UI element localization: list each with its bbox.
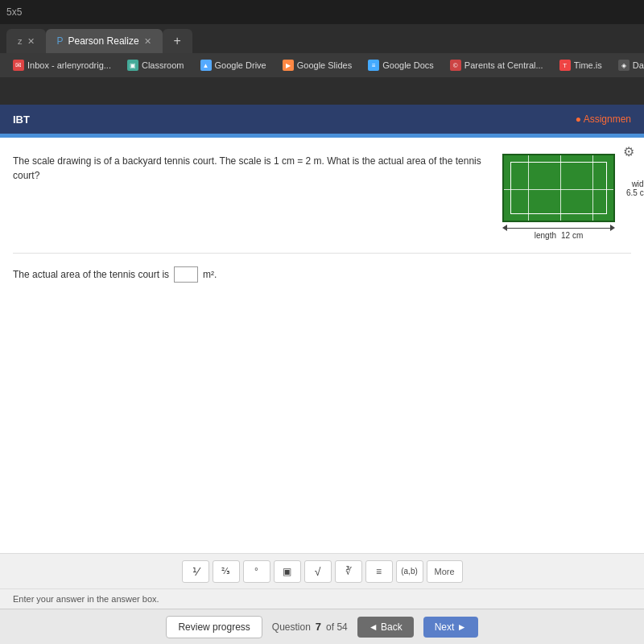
tab-close-active-icon[interactable]: ✕ <box>144 36 151 47</box>
width-value-text: 6.5 cm <box>626 188 644 197</box>
classroom-icon: ▣ <box>127 60 138 71</box>
assignment-badge: ● Assignmen <box>576 114 631 125</box>
width-label: width 6.5 cm <box>626 180 644 197</box>
mixed-number-button[interactable]: ⅔ <box>213 560 240 583</box>
new-tab-icon: + <box>174 34 181 48</box>
answer-row: The actual area of the tennis court is m… <box>13 266 631 283</box>
tennis-court-diagram: width 6.5 cm length 12 cm <box>502 154 615 240</box>
assignment-label: ● Assignmen <box>576 114 631 125</box>
more-button[interactable]: More <box>427 560 463 583</box>
dashboard-icon: ◈ <box>618 60 630 71</box>
settings-icon[interactable]: ⚙ <box>623 144 634 159</box>
court-center-line-h <box>504 189 613 190</box>
bookmark-inbox-label: Inbox - arlenyrodrig... <box>27 60 111 70</box>
app-container: IBT ● Assignmen ⚙ The scale drawing is o… <box>0 105 644 644</box>
length-labels: length 12 cm <box>535 231 583 240</box>
tab-pearson-realize[interactable]: P Pearson Realize ✕ <box>46 29 163 53</box>
court-center-line-v <box>560 155 561 221</box>
bookmark-classroom[interactable]: ▣ Classroom <box>122 58 189 72</box>
tab-close-icon[interactable]: ✕ <box>27 36 35 47</box>
question-number: 7 <box>316 621 321 633</box>
cbrt-button[interactable]: ∛ <box>335 560 362 583</box>
answer-input-box[interactable] <box>174 266 198 283</box>
bookmark-slides[interactable]: ▶ Google Slides <box>278 58 357 72</box>
window-title: 5x5 <box>6 6 22 18</box>
docs-icon: ≡ <box>368 60 379 71</box>
review-progress-button[interactable]: Review progress <box>166 616 262 638</box>
bookmark-parents-label: Parents at Central... <box>464 60 543 70</box>
bookmark-time[interactable]: T Time.is <box>555 58 607 72</box>
tennis-court-image <box>502 154 615 222</box>
bookmark-docs[interactable]: ≡ Google Docs <box>363 58 439 72</box>
equals-button[interactable]: ≡ <box>365 560 393 583</box>
court-service-line-right <box>592 155 593 221</box>
bookmark-inbox[interactable]: ✉ Inbox - arlenyrodrig... <box>8 58 116 72</box>
bookmarks-bar: ✉ Inbox - arlenyrodrig... ▣ Classroom ▲ … <box>0 53 644 77</box>
tab-label: Pearson Realize <box>68 35 139 47</box>
question-info: Question 7 of 54 <box>272 621 348 633</box>
app-header-title: IBT <box>13 114 30 126</box>
content-area: ⚙ The scale drawing is of a backyard ten… <box>0 138 644 553</box>
bottom-navigation: Review progress Question 7 of 54 ◄ Back … <box>0 609 644 644</box>
length-arrow-container <box>502 225 615 231</box>
answer-prefix: The actual area of the tennis court is <box>13 269 169 280</box>
bookmark-slides-label: Google Slides <box>297 60 353 70</box>
question-text: The scale drawing is of a backyard tenni… <box>13 154 489 183</box>
degree-button[interactable]: ° <box>243 560 270 583</box>
slides-icon: ▶ <box>283 60 294 71</box>
question-divider <box>13 253 631 254</box>
ordered-pair-button[interactable]: (a,b) <box>396 560 423 583</box>
question-row: The scale drawing is of a backyard tenni… <box>13 154 631 240</box>
drive-icon: ▲ <box>200 60 212 71</box>
question-label: Question <box>272 621 311 633</box>
back-button[interactable]: ◄ Back <box>357 617 414 638</box>
length-label-text: length <box>535 231 556 240</box>
length-measurement: length 12 cm <box>502 225 615 240</box>
title-bar: 5x5 <box>0 0 644 24</box>
time-icon: T <box>559 60 571 71</box>
sqrt-button[interactable]: √ <box>304 560 332 583</box>
bookmark-classroom-label: Classroom <box>142 60 184 70</box>
bookmark-docs-label: Google Docs <box>382 60 434 70</box>
length-arrow-right <box>610 225 615 231</box>
absolute-value-button[interactable]: ▣ <box>274 560 301 583</box>
bookmark-drive-label: Google Drive <box>215 60 266 70</box>
length-arrow-line <box>507 228 610 229</box>
browser-chrome: 5x5 z ✕ P Pearson Realize ✕ + ✉ Inbox - … <box>0 0 644 105</box>
parents-icon: © <box>450 60 461 71</box>
pearson-icon: P <box>57 35 64 47</box>
answer-suffix: m². <box>203 269 217 280</box>
tab-inactive-1[interactable]: z ✕ <box>6 29 46 53</box>
hint-text: Enter your answer in the answer box. <box>0 588 644 609</box>
bookmark-drive[interactable]: ▲ Google Drive <box>196 58 271 72</box>
court-service-line-left <box>528 155 529 221</box>
inbox-icon: ✉ <box>13 60 24 71</box>
bookmark-dashboard-label: Dashboard - EdCh... <box>633 60 644 70</box>
bookmark-dashboard[interactable]: ◈ Dashboard - EdCh... <box>613 58 644 72</box>
next-button[interactable]: Next ► <box>423 617 478 638</box>
tab-new[interactable]: + <box>163 29 192 53</box>
fraction-button[interactable]: ⅟ <box>182 560 209 583</box>
app-header: IBT ● Assignmen <box>0 105 644 134</box>
length-value-text: 12 cm <box>561 231 583 240</box>
court-wrapper: width 6.5 cm <box>502 154 615 222</box>
math-toolbar: ⅟ ⅔ ° ▣ √ ∛ ≡ (a,b) More <box>0 553 644 588</box>
question-total: of 54 <box>326 621 348 633</box>
bookmark-time-label: Time.is <box>574 60 602 70</box>
tabs-bar: z ✕ P Pearson Realize ✕ + <box>0 24 644 53</box>
bookmark-parents[interactable]: © Parents at Central... <box>445 58 548 72</box>
width-label-text: width <box>626 180 644 188</box>
answer-input[interactable] <box>175 267 197 282</box>
